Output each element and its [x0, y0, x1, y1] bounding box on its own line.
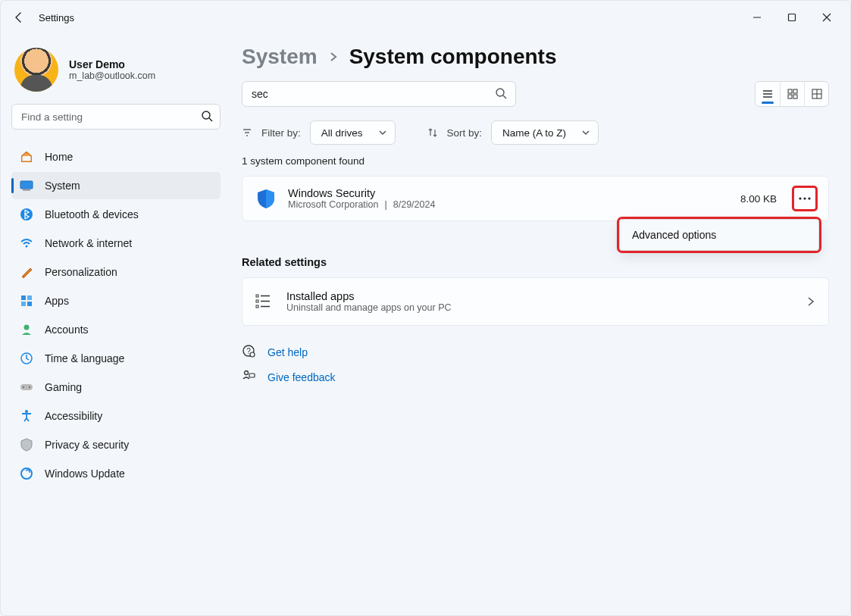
- sidebar-item-time-language[interactable]: Time & language: [11, 345, 221, 372]
- svg-line-20: [503, 95, 506, 98]
- link-label: Give feedback: [268, 371, 336, 383]
- feedback-icon: [242, 369, 255, 385]
- sidebar-item-label: Accessibility: [45, 410, 102, 422]
- menu-advanced-options[interactable]: Advanced options: [620, 220, 818, 250]
- sort-icon: [427, 127, 438, 138]
- svg-rect-25: [793, 89, 797, 93]
- arrow-left-icon: [13, 11, 25, 23]
- sort-dropdown[interactable]: Name (A to Z): [491, 120, 599, 145]
- sidebar-item-gaming[interactable]: Gaming: [11, 374, 221, 401]
- sidebar-item-label: Network & internet: [45, 237, 132, 249]
- maximize-button[interactable]: [774, 5, 809, 30]
- tiles-icon: [811, 88, 823, 100]
- related-installed-apps[interactable]: Installed apps Uninstall and manage apps…: [242, 277, 829, 326]
- chevron-right-icon: [806, 296, 816, 307]
- window-title: Settings: [39, 12, 74, 23]
- sidebar-item-accessibility[interactable]: Accessibility: [11, 402, 221, 430]
- svg-point-17: [25, 410, 28, 413]
- grid-icon: [787, 88, 799, 100]
- help-icon: ?: [242, 344, 255, 360]
- accessibility-icon: [19, 408, 34, 424]
- chevron-down-icon: [581, 128, 590, 137]
- filter-value: All drives: [321, 127, 363, 139]
- close-button[interactable]: [809, 5, 844, 30]
- sidebar-item-windows-update[interactable]: Windows Update: [11, 460, 221, 487]
- component-title: Windows Security: [288, 187, 435, 199]
- sort-value: Name (A to Z): [502, 127, 566, 139]
- breadcrumb-parent[interactable]: System: [242, 45, 318, 69]
- svg-point-7: [26, 245, 28, 248]
- list-settings-icon: [255, 292, 273, 311]
- sidebar-item-label: Personalization: [45, 266, 117, 278]
- sidebar-item-accounts[interactable]: Accounts: [11, 316, 221, 343]
- more-horizontal-icon: [799, 197, 811, 200]
- svg-rect-24: [788, 89, 792, 93]
- svg-line-3: [209, 118, 212, 121]
- sort-label: Sort by:: [447, 127, 483, 139]
- view-list-button[interactable]: [756, 82, 780, 106]
- svg-rect-47: [249, 374, 255, 377]
- context-menu: Advanced options: [619, 219, 819, 251]
- sidebar: User Demo m_lab@outlook.com Home System: [1, 34, 228, 615]
- sidebar-item-label: Home: [45, 151, 73, 163]
- bluetooth-icon: [19, 207, 34, 222]
- svg-point-35: [803, 197, 806, 199]
- sidebar-item-label: Bluetooth & devices: [45, 208, 139, 220]
- profile-block[interactable]: User Demo m_lab@outlook.com: [14, 48, 217, 92]
- svg-point-19: [496, 89, 504, 96]
- svg-rect-9: [27, 295, 32, 300]
- component-search-input[interactable]: [242, 81, 516, 107]
- view-tiles-button[interactable]: [804, 82, 828, 106]
- svg-point-34: [799, 197, 801, 199]
- chevron-right-icon: [328, 52, 339, 62]
- sidebar-item-apps[interactable]: Apps: [11, 287, 221, 314]
- gamepad-icon: [19, 380, 34, 395]
- apps-icon: [19, 293, 34, 308]
- sidebar-item-network[interactable]: Network & internet: [11, 230, 221, 257]
- list-icon: [762, 88, 774, 100]
- clock-globe-icon: [19, 351, 34, 366]
- minimize-icon: [752, 13, 762, 22]
- view-grid-button[interactable]: [780, 82, 804, 106]
- sidebar-item-personalization[interactable]: Personalization: [11, 258, 221, 286]
- chevron-down-icon: [378, 128, 387, 137]
- filter-bar: Filter by: All drives Sort by: Name (A t…: [242, 120, 829, 145]
- get-help-link[interactable]: ? Get help: [242, 344, 829, 360]
- titlebar: Settings: [1, 1, 850, 34]
- sidebar-item-label: System: [45, 180, 80, 192]
- svg-point-12: [24, 325, 30, 330]
- breadcrumb: System System components: [242, 45, 829, 69]
- svg-point-6: [20, 208, 33, 220]
- sidebar-item-home[interactable]: Home: [11, 143, 221, 170]
- svg-point-15: [23, 386, 24, 388]
- svg-rect-26: [788, 95, 792, 98]
- sidebar-search-input[interactable]: [11, 104, 221, 130]
- svg-rect-14: [20, 384, 33, 390]
- shield-security-icon: [255, 187, 277, 210]
- component-date: 8/29/2024: [393, 199, 436, 210]
- sidebar-item-label: Apps: [45, 295, 69, 307]
- svg-point-16: [29, 386, 30, 388]
- sidebar-item-system[interactable]: System: [11, 172, 221, 199]
- svg-rect-27: [793, 95, 797, 98]
- more-options-button[interactable]: [793, 187, 816, 210]
- svg-rect-4: [20, 181, 33, 189]
- svg-point-46: [245, 371, 249, 375]
- home-icon: [19, 149, 34, 164]
- results-count: 1 system component found: [242, 155, 829, 167]
- svg-point-45: [250, 352, 255, 357]
- update-icon: [19, 466, 34, 481]
- close-icon: [822, 13, 831, 22]
- minimize-button[interactable]: [740, 5, 774, 30]
- svg-rect-1: [789, 14, 796, 21]
- filter-dropdown[interactable]: All drives: [310, 120, 396, 145]
- search-icon: [495, 87, 507, 99]
- maximize-icon: [787, 13, 796, 22]
- sidebar-item-bluetooth[interactable]: Bluetooth & devices: [11, 201, 221, 228]
- profile-email: m_lab@outlook.com: [69, 70, 155, 81]
- brush-icon: [19, 264, 34, 280]
- system-icon: [19, 178, 34, 193]
- sidebar-item-privacy-security[interactable]: Privacy & security: [11, 431, 221, 458]
- give-feedback-link[interactable]: Give feedback: [242, 369, 829, 385]
- back-button[interactable]: [7, 5, 31, 30]
